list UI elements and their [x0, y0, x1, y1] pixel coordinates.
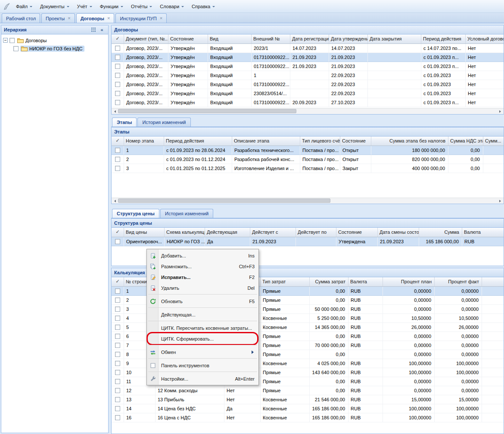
column-header[interactable]: Тип лицевого счёт	[300, 136, 340, 146]
table-row[interactable]: Договор, 2023/...УтверждёнВходящий122.09…	[112, 71, 504, 80]
contracts-hscrollbar[interactable]	[112, 108, 504, 114]
row-checkbox[interactable]	[115, 316, 120, 321]
row-checkbox[interactable]	[115, 307, 120, 312]
menu-item[interactable]: Настройки...Alt+Enter	[147, 373, 258, 384]
column-header[interactable]: Схема калькуляци	[165, 228, 205, 237]
column-header[interactable]: Состояние	[168, 34, 208, 43]
tab[interactable]: Договоры×	[76, 13, 115, 23]
menu-item[interactable]: ЦИТК. Пересчитать косвенные затраты...	[147, 322, 258, 333]
row-checkbox[interactable]	[115, 298, 120, 303]
column-header[interactable]: Дата утверждения	[329, 34, 368, 43]
column-header[interactable]: Сумма затрат	[310, 277, 348, 286]
scroll-track[interactable]	[118, 198, 497, 204]
menu-item[interactable]: УдалитьDel	[147, 282, 258, 293]
row-checkbox[interactable]	[115, 46, 120, 51]
tab-close-icon[interactable]: ×	[107, 16, 110, 20]
menubar-item[interactable]: Отчёты	[127, 2, 156, 11]
row-checkbox[interactable]	[115, 388, 120, 393]
tab-close-icon[interactable]: ×	[68, 16, 70, 20]
column-header[interactable]: Сумм...	[483, 136, 504, 146]
column-header[interactable]: Процент факт	[435, 277, 482, 286]
row-checkbox[interactable]	[115, 325, 120, 330]
column-header[interactable]: Действующая	[205, 228, 250, 237]
menu-item[interactable]: ЦИТК. Сформировать...	[147, 333, 258, 344]
collapse-panel-button[interactable]: «	[98, 27, 106, 33]
row-checkbox[interactable]	[115, 288, 120, 294]
column-header[interactable]	[482, 277, 504, 286]
row-checkbox[interactable]	[115, 361, 120, 366]
column-header[interactable]: Дата смены состо	[378, 228, 419, 237]
menubar-item[interactable]: Словари	[156, 2, 188, 11]
scroll-right-button[interactable]	[497, 108, 504, 114]
row-checkbox[interactable]	[115, 352, 120, 357]
row-checkbox[interactable]	[115, 239, 120, 244]
table-row[interactable]: 1с 01.09.2023 по 28.06.2024Разработка те…	[112, 146, 504, 155]
row-checkbox[interactable]	[115, 343, 120, 348]
column-header[interactable]: Номер этапа	[124, 136, 164, 146]
scroll-right-button[interactable]	[497, 198, 504, 204]
menubar-item[interactable]: Справка	[188, 2, 219, 11]
sub-tab[interactable]: История изменений	[160, 209, 213, 218]
tab[interactable]: Проекты×	[41, 13, 75, 23]
scroll-left-button[interactable]	[112, 198, 118, 204]
column-header[interactable]: Состояние	[340, 136, 371, 146]
grid-view-icon[interactable]	[90, 27, 97, 33]
tree-checkbox[interactable]	[9, 38, 15, 43]
select-all-column-header[interactable]: ✓	[112, 34, 124, 43]
table-row[interactable]: 3с 01.01.2025 по 01.12.2025Изготовление …	[112, 164, 504, 173]
table-row[interactable]: 1212 Комм. расходыНетПрямые0,00RUB0,0000…	[112, 386, 504, 395]
scroll-track[interactable]	[118, 108, 497, 114]
menu-item[interactable]: Обмен	[147, 347, 258, 357]
row-checkbox[interactable]	[115, 406, 120, 411]
tree-node-content[interactable]: НИОКР по ГОЗ без НДС	[20, 46, 84, 52]
menu-item[interactable]: Действующая...	[147, 309, 258, 320]
tree-expander-icon[interactable]	[3, 38, 8, 43]
row-checkbox[interactable]	[115, 91, 120, 96]
table-row[interactable]: Договор, 2023/...УтверждёнВходящий017310…	[112, 53, 504, 62]
row-checkbox[interactable]	[115, 157, 120, 162]
column-header[interactable]: Вид	[208, 34, 252, 43]
row-checkbox[interactable]	[115, 73, 120, 78]
column-header[interactable]: Тип затрат	[261, 277, 310, 286]
row-checkbox[interactable]	[115, 334, 120, 339]
column-header[interactable]: Валюта	[462, 228, 504, 237]
tab-close-icon[interactable]: ×	[160, 16, 162, 20]
menu-item[interactable]: Добавить...Ins	[147, 250, 258, 261]
menu-item[interactable]: ОбновитьF5	[147, 296, 258, 307]
table-row[interactable]: Договор, 2023/...УтверждёнВходящий017310…	[112, 80, 504, 89]
column-header[interactable]: Сумма	[419, 228, 462, 237]
stages-hscrollbar[interactable]	[112, 198, 504, 204]
scroll-thumb[interactable]	[118, 198, 330, 203]
sub-tab[interactable]: История изменений	[137, 118, 190, 127]
row-checkbox[interactable]	[115, 415, 120, 420]
select-all-column-header[interactable]: ✓	[112, 228, 124, 237]
row-checkbox[interactable]	[115, 100, 120, 105]
column-header[interactable]: Период действия	[421, 34, 466, 43]
column-header[interactable]: Состояние	[336, 228, 378, 237]
table-row[interactable]: 1313 ПрибыльНетКосвенные21 546 000,00RUB…	[112, 395, 504, 404]
tab[interactable]: Рабочий стол	[2, 13, 40, 23]
table-row[interactable]: Договор, 2023/...УтверждёнВходящий017310…	[112, 98, 504, 107]
row-checkbox[interactable]	[115, 370, 120, 375]
select-all-column-header[interactable]: ✓	[112, 136, 124, 146]
menu-item[interactable]: Исправить...F2	[147, 272, 258, 282]
table-row[interactable]: Ориентировоч...НИОКР по ГОЗ ...Да21.09.2…	[112, 237, 504, 246]
menu-item[interactable]: Размножить...Ctrl+F3	[147, 261, 258, 272]
row-checkbox[interactable]	[115, 148, 120, 153]
column-header[interactable]: Валюта	[348, 277, 383, 286]
column-header[interactable]: Процент план	[383, 277, 435, 286]
menu-item[interactable]: Панель инструментов	[147, 360, 258, 371]
column-header[interactable]: Сумма этапа без налогов	[371, 136, 448, 146]
row-checkbox[interactable]	[115, 397, 120, 402]
scroll-left-button[interactable]	[112, 108, 118, 114]
table-row[interactable]: Договор, 2023/...УтверждёнВходящий2023/1…	[112, 44, 504, 53]
menubar-item[interactable]: Учёт	[73, 2, 96, 11]
sub-tab[interactable]: Этапы	[112, 118, 137, 127]
sub-tab[interactable]: Структура цены	[112, 209, 159, 218]
row-checkbox[interactable]	[115, 64, 120, 69]
tab[interactable]: Инструкции ПУП×	[115, 13, 167, 23]
row-checkbox[interactable]	[115, 166, 120, 171]
table-row[interactable]: Договор, 2023/...УтверждёнВходящий017310…	[112, 62, 504, 71]
row-checkbox[interactable]	[115, 379, 120, 384]
column-header[interactable]: Дата закрытия	[368, 34, 421, 43]
